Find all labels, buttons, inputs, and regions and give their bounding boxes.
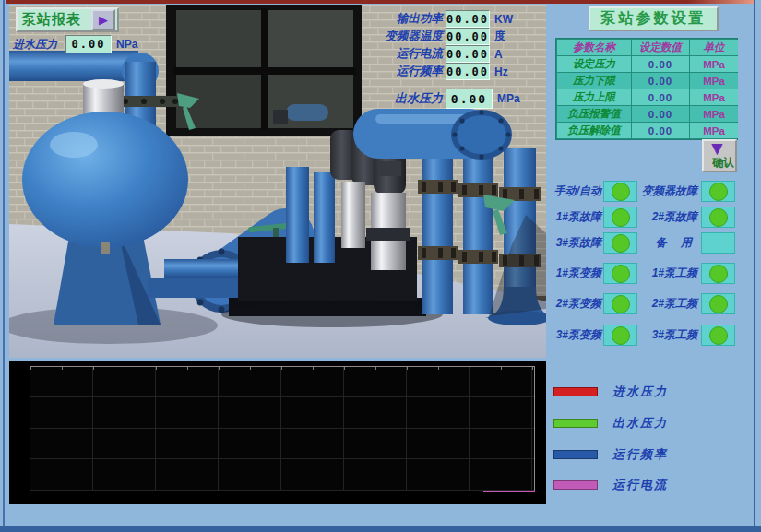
inlet-pressure-unit: NPa	[116, 38, 137, 51]
status-pump3-fault: 3#泵故障	[546, 232, 637, 254]
lamp-box[interactable]	[603, 293, 637, 314]
status-pump2-vfd: 2#泵变频	[546, 293, 637, 314]
lamp-icon	[709, 326, 728, 345]
param-name: 压力下限	[557, 73, 631, 89]
window-border-bottom	[0, 526, 761, 532]
param-value[interactable]: 0.00	[632, 123, 689, 138]
inverter-temp-readout: 变频器温度 00.00 度	[363, 28, 505, 45]
param-unit: MPa	[690, 106, 738, 122]
output-power-label: 输出功率	[363, 11, 443, 27]
param-value[interactable]: 0.00	[632, 73, 689, 89]
legend-outlet-pressure: 出水压力	[553, 415, 668, 432]
outlet-pressure-readout: 出水压力 0.00 MPa	[384, 89, 520, 109]
lamp-box[interactable]	[603, 263, 637, 284]
run-current-label: 运行电流	[363, 46, 443, 62]
param-name: 负压解除值	[557, 123, 631, 138]
lamp-box[interactable]	[603, 232, 637, 254]
lamp-box[interactable]	[701, 263, 735, 284]
confirm-button-label: 确认	[712, 155, 734, 171]
run-frequency-readout: 运行频率 00.00 Hz	[363, 63, 508, 80]
lamp-icon	[612, 183, 630, 201]
param-unit: MPa	[690, 123, 738, 138]
lamp-icon	[612, 295, 630, 313]
lamp-icon	[709, 265, 728, 283]
legend-swatch	[553, 387, 598, 396]
lamp-icon	[612, 208, 630, 227]
output-power-unit: KW	[494, 13, 513, 26]
param-value[interactable]: 0.00	[632, 106, 689, 122]
lamp-box[interactable]	[603, 181, 637, 202]
outlet-pressure-value[interactable]: 0.00	[446, 89, 493, 109]
lamp-icon	[612, 265, 630, 283]
lamp-box[interactable]	[701, 232, 735, 254]
outlet-pressure-unit: MPa	[497, 92, 520, 105]
lamp-icon	[709, 183, 728, 201]
legend-inlet-pressure: 进水压力	[553, 384, 668, 400]
report-button[interactable]: 泵站报表 ▶	[16, 7, 119, 32]
lamp-box[interactable]	[701, 293, 735, 314]
confirm-button[interactable]: ▼ 确认	[702, 139, 737, 172]
run-current-value[interactable]: 00.00	[446, 45, 490, 63]
param-value[interactable]: 0.00	[632, 56, 689, 72]
param-value[interactable]: 0.00	[632, 89, 689, 105]
legend-run-frequency: 运行频率	[553, 446, 668, 463]
run-frequency-unit: Hz	[494, 65, 508, 78]
status-inverter-fault: 变频器故障	[636, 181, 735, 202]
param-unit: MPa	[690, 73, 738, 89]
inverter-temp-value[interactable]: 00.00	[446, 28, 490, 45]
status-pump2-fault: 2#泵故障	[636, 207, 735, 228]
settings-panel-title: 泵站参数设置	[589, 6, 719, 31]
inverter-temp-label: 变频器温度	[363, 29, 443, 44]
play-icon[interactable]: ▶	[91, 9, 115, 30]
trend-chart[interactable]	[9, 361, 546, 504]
legend-swatch	[553, 419, 598, 428]
lamp-icon	[612, 234, 630, 253]
lamp-box[interactable]	[603, 207, 637, 228]
param-name: 压力上限	[557, 89, 631, 105]
status-pump1-vfd: 1#泵变频	[546, 263, 637, 284]
legend-swatch	[553, 480, 598, 490]
run-frequency-value[interactable]: 00.00	[446, 63, 490, 80]
lamp-box[interactable]	[603, 325, 637, 346]
status-pump3-line: 3#泵工频	[636, 325, 735, 346]
col-header-unit: 单位	[690, 40, 738, 55]
report-button-label: 泵站报表	[22, 11, 91, 29]
run-current-unit: A	[494, 48, 503, 61]
run-current-readout: 运行电流 00.00 A	[363, 45, 503, 63]
inverter-temp-unit: 度	[494, 29, 505, 44]
outlet-pressure-label: 出水压力	[384, 90, 443, 107]
output-power-value[interactable]: 00.00	[446, 10, 490, 28]
window	[166, 5, 362, 136]
col-header-name: 参数名称	[557, 40, 631, 55]
legend-run-current: 运行电流	[553, 477, 668, 493]
param-unit: MPa	[690, 56, 738, 72]
status-pump1-fault: 1#泵故障	[546, 207, 637, 228]
run-current-trace	[483, 491, 535, 492]
param-unit: MPa	[690, 89, 738, 105]
output-power-readout: 输出功率 00.00 KW	[363, 10, 513, 28]
status-pump3-vfd: 3#泵变频	[546, 325, 637, 346]
lamp-icon	[709, 208, 728, 227]
pump-station-hmi: 泵站报表 ▶ 进水压力 0.00 NPa 输出功率 00.00 KW 变频器温度…	[0, 0, 761, 532]
inlet-pressure-value[interactable]: 0.00	[65, 35, 112, 53]
col-header-value: 设定数值	[632, 40, 689, 55]
lamp-box[interactable]	[701, 207, 735, 228]
status-pump1-line: 1#泵工频	[636, 263, 735, 284]
trend-plot-area	[30, 366, 535, 491]
title-stripe	[6, 0, 755, 4]
lamp-box[interactable]	[701, 181, 735, 202]
lamp-icon	[612, 326, 630, 345]
status-pump2-line: 2#泵工频	[636, 293, 735, 314]
lamp-box[interactable]	[701, 325, 735, 346]
window-border-left	[3, 0, 5, 532]
param-name: 设定压力	[557, 56, 631, 72]
status-spare: 备 用	[636, 232, 735, 254]
param-name: 负压报警值	[557, 106, 631, 122]
run-frequency-label: 运行频率	[363, 64, 443, 79]
lamp-icon	[709, 295, 728, 313]
status-manual-auto: 手动/自动	[546, 181, 637, 202]
inlet-pressure-readout: 进水压力 0.00 NPa	[13, 35, 137, 53]
settings-table: 参数名称 设定数值 单位 设定压力 0.00 MPa 压力下限 0.00 MPa…	[555, 38, 738, 140]
window-border-right	[754, 0, 755, 532]
legend-swatch	[553, 450, 598, 459]
